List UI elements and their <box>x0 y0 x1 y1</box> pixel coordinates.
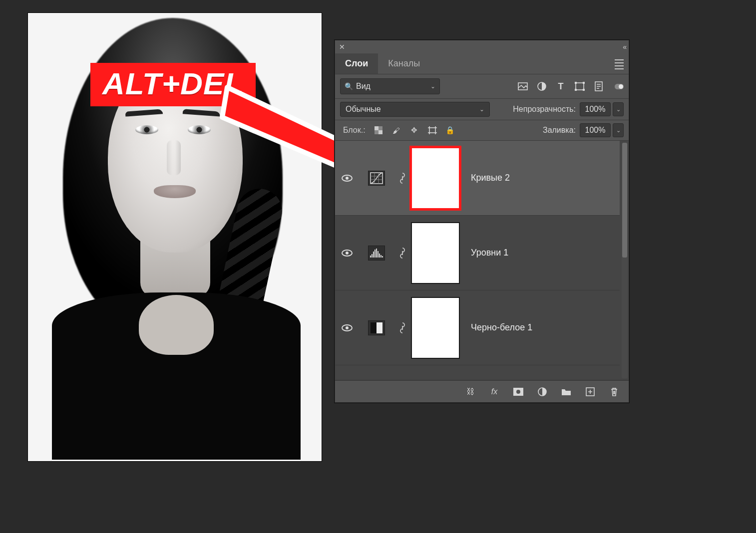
link-layers-icon[interactable]: ⛓ <box>465 386 476 397</box>
document-canvas[interactable]: ALT+DEL <box>27 12 322 462</box>
filter-type-label: Вид <box>356 82 371 91</box>
delete-layer-icon[interactable] <box>609 386 620 397</box>
layer-name[interactable]: Кривые 2 <box>471 173 510 183</box>
filter-type-icon[interactable]: T <box>556 81 566 91</box>
layer-row[interactable]: Кривые 2 <box>335 141 620 216</box>
filter-shape-icon[interactable] <box>575 81 585 91</box>
close-icon[interactable]: ✕ <box>339 43 345 51</box>
visibility-toggle[interactable] <box>335 324 359 331</box>
add-mask-icon[interactable] <box>513 386 524 397</box>
chevron-down-icon: ⌄ <box>430 83 435 90</box>
visibility-toggle[interactable] <box>335 175 359 182</box>
panel-menu-icon[interactable] <box>615 59 624 69</box>
panel-footer: ⛓ fx <box>335 380 629 402</box>
layer-mask-thumb[interactable] <box>411 222 460 284</box>
fill-stepper[interactable]: ⌄ <box>613 123 624 137</box>
layer-mask-thumb[interactable] <box>411 147 460 209</box>
layers-scrollbar[interactable] <box>622 143 628 378</box>
svg-rect-11 <box>429 128 435 133</box>
mask-link-icon[interactable] <box>394 172 411 184</box>
fill-label: Заливка: <box>543 126 576 135</box>
chevron-down-icon: ⌄ <box>479 106 484 113</box>
eye-icon <box>342 175 353 182</box>
new-adjustment-icon[interactable] <box>537 386 548 397</box>
layers-spacer <box>335 365 629 380</box>
adjustment-thumb[interactable] <box>359 171 394 186</box>
lock-position-icon[interactable]: ✥ <box>409 125 419 135</box>
svg-point-16 <box>516 390 520 394</box>
new-group-icon[interactable] <box>561 386 572 397</box>
svg-rect-4 <box>583 82 585 84</box>
tab-channels[interactable]: Каналы <box>378 53 430 74</box>
filter-smart-icon[interactable] <box>594 81 604 91</box>
search-icon: 🔍 <box>345 82 353 90</box>
opacity-input[interactable]: 100% <box>580 102 611 116</box>
svg-rect-2 <box>576 83 584 90</box>
layer-mask-thumb[interactable] <box>411 297 460 359</box>
lock-all-icon[interactable]: 🔒 <box>445 125 455 135</box>
mask-link-icon[interactable] <box>394 322 411 334</box>
layer-fx-icon[interactable]: fx <box>489 386 500 397</box>
lock-bar: Блок.: 🖌 ✥ 🔒 Заливка: 100% ⌄ <box>335 120 629 141</box>
svg-rect-3 <box>575 82 577 84</box>
layers-panel: ✕ « Слои Каналы 🔍 Вид ⌄ T Обычные ⌄ Непр… <box>335 40 629 403</box>
visibility-toggle[interactable] <box>335 250 359 257</box>
adjustment-thumb[interactable] <box>359 246 394 261</box>
filter-adjust-icon[interactable] <box>537 81 547 91</box>
blend-mode-select[interactable]: Обычные ⌄ <box>340 102 490 117</box>
svg-rect-6 <box>583 89 585 91</box>
fill-input[interactable]: 100% <box>580 123 611 137</box>
layer-name[interactable]: Черно-белое 1 <box>471 322 532 333</box>
svg-rect-13 <box>371 322 377 333</box>
new-layer-icon[interactable] <box>585 386 596 397</box>
blend-bar: Обычные ⌄ Непрозрачность: 100% ⌄ <box>335 99 629 120</box>
layer-filter-bar: 🔍 Вид ⌄ T <box>335 74 629 99</box>
lock-pixels-icon[interactable]: 🖌 <box>391 125 401 135</box>
lock-transparent-icon[interactable] <box>374 125 383 135</box>
collapse-icon[interactable]: « <box>623 43 625 51</box>
filter-pixel-icon[interactable] <box>518 81 528 91</box>
filter-toggle[interactable] <box>615 84 624 89</box>
tab-layers[interactable]: Слои <box>335 53 378 74</box>
blend-mode-value: Обычные <box>346 105 381 114</box>
shortcut-badge: ALT+DEL <box>90 63 256 106</box>
layer-name[interactable]: Уровни 1 <box>471 248 508 258</box>
svg-rect-10 <box>378 130 382 134</box>
layer-row[interactable]: Черно-белое 1 <box>335 290 620 365</box>
eye-icon <box>342 250 353 257</box>
opacity-label: Непрозрачность: <box>513 105 576 114</box>
lock-label: Блок.: <box>343 126 366 135</box>
panel-titlebar: ✕ « <box>335 40 629 53</box>
mask-link-icon[interactable] <box>394 247 411 259</box>
filter-icons: T <box>518 81 604 91</box>
layers-list: Кривые 2Уровни 1Черно-белое 1 <box>335 141 629 380</box>
panel-tabs: Слои Каналы <box>335 53 629 74</box>
layer-row[interactable]: Уровни 1 <box>335 216 620 290</box>
svg-rect-14 <box>377 322 382 333</box>
adjustment-thumb[interactable] <box>359 320 394 335</box>
svg-rect-5 <box>575 89 577 91</box>
eye-icon <box>342 324 353 331</box>
lock-artboard-icon[interactable] <box>427 125 437 135</box>
svg-rect-9 <box>375 126 378 130</box>
opacity-stepper[interactable]: ⌄ <box>613 102 624 116</box>
filter-type-select[interactable]: 🔍 Вид ⌄ <box>340 78 440 94</box>
